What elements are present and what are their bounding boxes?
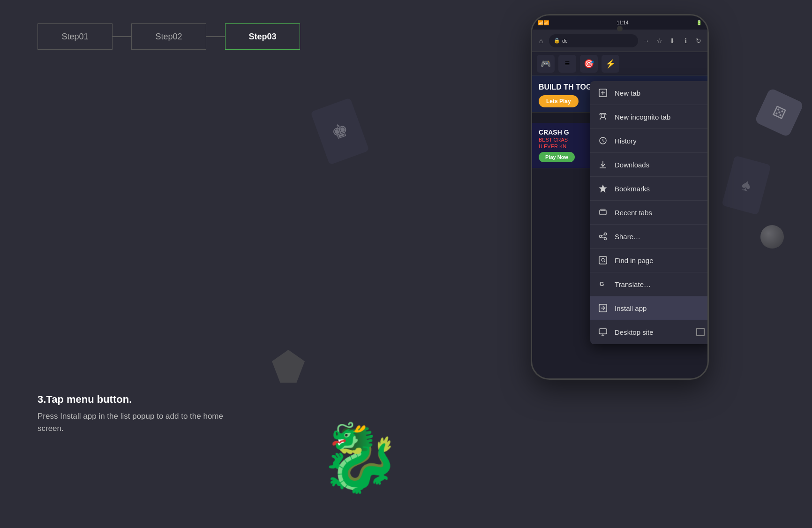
steps-container: Step01 Step02 Step03 (38, 23, 300, 50)
tab-1-icon: 🎮 (541, 59, 551, 69)
new-tab-label: New tab (615, 89, 705, 97)
install-app-label: Install app (615, 304, 705, 312)
install-app-icon (598, 303, 608, 313)
tab-4-icon: ⚡ (605, 59, 616, 69)
svg-rect-18 (599, 256, 607, 264)
phone-browser-bar: ⌂ 🔒 dc → ☆ ⬇ ℹ ↻ (532, 30, 707, 52)
phone-tabs-row: 🎮 ≡ 🎯 ⚡ (532, 52, 707, 75)
phone-camera (617, 26, 623, 31)
lets-play-button[interactable]: Lets Play (539, 95, 579, 107)
step-2-label: Step02 (155, 32, 182, 42)
tab-4[interactable]: ⚡ (601, 55, 619, 73)
menu-item-desktop-site[interactable]: Desktop site (590, 320, 709, 344)
step-connector-2 (206, 36, 225, 37)
svg-rect-25 (599, 329, 607, 334)
share-icon (598, 231, 608, 241)
browser-url-bar[interactable]: 🔒 dc (549, 34, 638, 47)
url-text: dc (562, 38, 568, 44)
tab-1[interactable]: 🎮 (537, 55, 555, 73)
downloads-icon (598, 159, 608, 170)
deco-card-1: ♚ (310, 98, 369, 165)
find-in-page-icon (598, 255, 608, 265)
recent-tabs-icon (598, 207, 608, 218)
svg-text:G: G (600, 281, 604, 287)
bookmarks-icon (598, 183, 608, 194)
svg-line-16 (601, 234, 604, 236)
context-menu: New tab New incognito tab H (590, 81, 709, 344)
step-3[interactable]: Step03 (225, 23, 300, 50)
lock-icon: 🔒 (554, 38, 560, 44)
recent-tabs-label: Recent tabs (615, 209, 705, 217)
step-2[interactable]: Step02 (131, 23, 206, 50)
forward-icon[interactable]: → (641, 36, 651, 46)
menu-item-install-app[interactable]: Install app (590, 296, 709, 320)
history-icon (598, 136, 608, 146)
deco-card-2: ♠ (722, 156, 771, 215)
deco-gem (272, 350, 305, 383)
share-label: Share… (615, 233, 705, 241)
status-time: 11:14 (617, 20, 628, 25)
info-icon[interactable]: ℹ (680, 36, 691, 46)
menu-item-bookmarks[interactable]: Bookmarks (590, 177, 709, 201)
new-incognito-tab-label: New incognito tab (615, 113, 705, 121)
phone-mockup: 📶📶 11:14 🔋 ⌂ 🔒 dc → ☆ ⬇ ℹ ↻ 🎮 ≡ 🎯 (531, 14, 709, 380)
menu-item-find-in-page[interactable]: Find in page (590, 249, 709, 272)
deco-sphere (760, 225, 784, 249)
dragon-mascot: 🐉 (319, 425, 401, 490)
home-icon[interactable]: ⌂ (536, 36, 546, 46)
menu-item-translate[interactable]: G Translate… (590, 272, 709, 296)
downloads-label: Downloads (615, 161, 705, 169)
svg-line-20 (604, 261, 606, 263)
step-1-label: Step01 (61, 32, 88, 42)
menu-item-history[interactable]: History (590, 129, 709, 153)
translate-icon: G (598, 279, 608, 289)
bookmarks-label: Bookmarks (615, 185, 705, 193)
menu-item-recent-tabs[interactable]: Recent tabs (590, 201, 709, 225)
step-connector-1 (113, 36, 131, 37)
tab-3-icon: 🎯 (584, 59, 594, 69)
svg-point-15 (604, 238, 607, 240)
menu-item-new-incognito-tab[interactable]: New incognito tab (590, 105, 709, 129)
instruction-body: Press Install app in the list popup to a… (38, 410, 234, 434)
svg-line-17 (601, 237, 604, 238)
desktop-site-label: Desktop site (615, 328, 690, 336)
refresh-icon[interactable]: ↻ (693, 36, 704, 46)
play-now-button[interactable]: Play Now (539, 152, 575, 162)
svg-point-19 (601, 258, 604, 261)
menu-item-new-tab[interactable]: New tab (590, 81, 709, 105)
step-1[interactable]: Step01 (38, 23, 113, 50)
desktop-site-icon (598, 327, 608, 337)
new-tab-icon (598, 88, 608, 98)
svg-point-13 (604, 233, 607, 235)
step-3-label: Step03 (248, 32, 276, 42)
svg-point-14 (600, 235, 602, 238)
status-icons: 🔋 (696, 20, 702, 25)
signal-icons: 📶📶 (538, 20, 549, 25)
desktop-site-checkbox[interactable] (696, 328, 705, 336)
download-icon[interactable]: ⬇ (667, 36, 677, 46)
svg-marker-10 (600, 185, 606, 192)
menu-item-downloads[interactable]: Downloads (590, 153, 709, 177)
instruction-container: 3.Tap menu button. Press Install app in … (38, 393, 234, 434)
tab-3[interactable]: 🎯 (580, 55, 598, 73)
tab-2[interactable]: ≡ (558, 55, 576, 73)
find-in-page-label: Find in page (615, 256, 705, 264)
incognito-icon (598, 112, 608, 122)
menu-item-share[interactable]: Share… (590, 225, 709, 249)
tab-2-icon: ≡ (565, 59, 570, 68)
translate-label: Translate… (615, 280, 705, 288)
deco-dice: ⚄ (754, 88, 804, 137)
history-label: History (615, 137, 705, 145)
bookmark-icon[interactable]: ☆ (654, 36, 664, 46)
instruction-title: 3.Tap menu button. (38, 393, 234, 406)
